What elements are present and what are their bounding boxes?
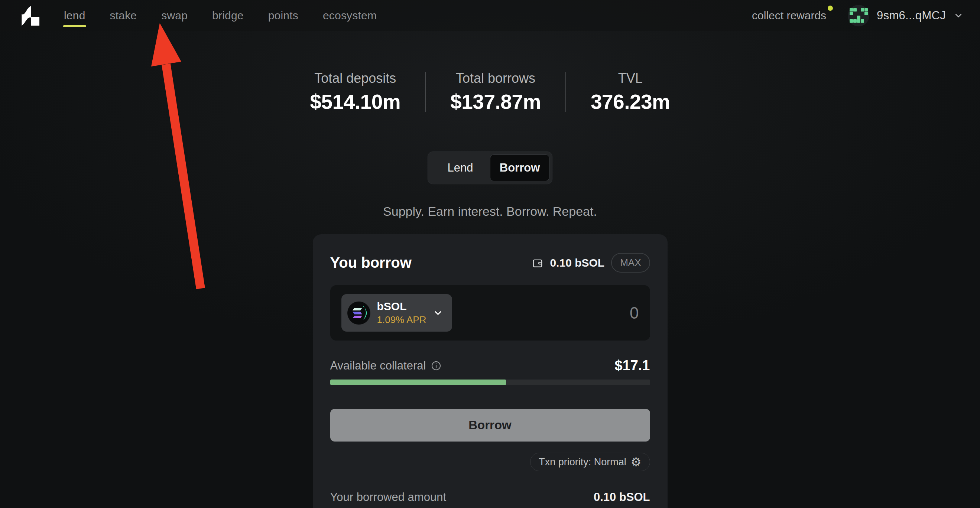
stat-value: $137.87m (450, 90, 541, 114)
nav-link-bridge[interactable]: bridge (212, 7, 245, 24)
token-texts: bSOL 1.09% APR (377, 300, 426, 325)
global-stats: Total deposits $514.10m Total borrows $1… (0, 71, 980, 114)
borrow-amount-input[interactable] (528, 304, 639, 322)
collect-rewards-label: collect rewards (752, 9, 826, 22)
borrow-card: You borrow 0.10 bSOL MAX (313, 234, 668, 508)
chevron-down-icon (433, 308, 443, 318)
nav-link-swap[interactable]: swap (161, 7, 188, 24)
top-navbar: lend stake swap bridge points ecosystem … (0, 0, 980, 31)
navbar-right: collect rewards 9sm6...qMCJ (752, 5, 964, 26)
wallet-address: 9sm6...qMCJ (877, 9, 946, 22)
info-icon[interactable] (431, 360, 441, 371)
nav-link-stake[interactable]: stake (109, 7, 138, 24)
collateral-progress-fill (330, 379, 506, 385)
gear-icon: ⚙ (631, 456, 641, 468)
borrowed-amount-label: Your borrowed amount (330, 491, 447, 504)
nav-link-lend[interactable]: lend (63, 7, 86, 24)
lend-borrow-tabs: Lend Borrow (428, 151, 552, 184)
available-collateral-value: $17.1 (614, 357, 650, 373)
stat-value: $514.10m (310, 90, 401, 114)
stat-value: 376.23m (591, 90, 670, 114)
wallet-identicon (850, 8, 868, 23)
tab-lend[interactable]: Lend (431, 154, 490, 181)
txn-priority-button[interactable]: Txn priority: Normal ⚙ (530, 452, 650, 471)
stat-label: TVL (591, 71, 670, 86)
bsol-token-icon (347, 302, 371, 325)
max-button[interactable]: MAX (611, 253, 650, 273)
wallet-menu-button[interactable]: 9sm6...qMCJ (848, 5, 964, 26)
tab-borrow[interactable]: Borrow (490, 154, 549, 181)
marginfi-logo-icon (16, 5, 45, 27)
token-apr: 1.09% APR (377, 314, 426, 325)
wallet-avatar (848, 5, 869, 26)
chevron-down-icon (953, 10, 964, 21)
stat-label: Total borrows (450, 71, 541, 86)
borrowed-amount-row: Your borrowed amount 0.10 bSOL (330, 491, 650, 504)
available-collateral-label: Available collateral (330, 359, 426, 373)
stat-tvl: TVL 376.23m (566, 71, 695, 114)
borrow-amount-box: bSOL 1.09% APR (330, 285, 650, 341)
wallet-balance: 0.10 bSOL (550, 257, 605, 269)
nav-link-points[interactable]: points (267, 7, 299, 24)
borrow-button[interactable]: Borrow (330, 409, 650, 441)
card-title: You borrow (330, 254, 412, 271)
rewards-notification-dot (828, 6, 833, 11)
wallet-balance-group: 0.10 bSOL MAX (532, 253, 650, 273)
wallet-icon (532, 257, 543, 268)
stat-total-borrows: Total borrows $137.87m (426, 71, 565, 114)
stat-label: Total deposits (310, 71, 401, 86)
collect-rewards-button[interactable]: collect rewards (752, 9, 831, 22)
nav-link-ecosystem[interactable]: ecosystem (322, 7, 377, 24)
txn-priority-label: Txn priority: Normal (539, 456, 626, 468)
marginfi-logo[interactable] (16, 5, 45, 27)
page-subtitle: Supply. Earn interest. Borrow. Repeat. (0, 204, 980, 219)
primary-nav: lend stake swap bridge points ecosystem (63, 7, 377, 24)
collateral-progress-track (330, 379, 650, 385)
token-select-button[interactable]: bSOL 1.09% APR (341, 294, 452, 332)
token-symbol: bSOL (377, 300, 426, 313)
borrowed-amount-value: 0.10 bSOL (593, 491, 650, 504)
stat-total-deposits: Total deposits $514.10m (285, 71, 425, 114)
